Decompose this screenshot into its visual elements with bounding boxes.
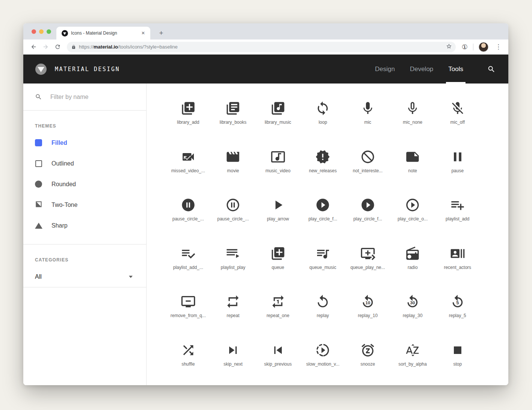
playlist-play-icon: [225, 246, 240, 261]
icon-cell-replay[interactable]: replay: [301, 287, 346, 336]
icon-cell-play_arrow[interactable]: play_arrow: [255, 191, 301, 239]
icon-label: queue_play_ne...: [351, 265, 385, 270]
icon-cell-play_circle_filled_white[interactable]: play_circle_f...: [345, 191, 390, 239]
theme-label: Outlined: [51, 160, 74, 167]
reload-icon[interactable]: [53, 42, 62, 52]
theme-item-filled[interactable]: Filled: [23, 132, 146, 153]
icon-cell-playlist_add_check[interactable]: playlist_add_...: [166, 239, 211, 288]
icon-cell-new_releases[interactable]: new_releases: [301, 143, 346, 191]
traffic-lights: [32, 29, 51, 34]
icon-cell-note[interactable]: note: [390, 143, 435, 191]
icon-cell-not_interested[interactable]: not_intereste...: [345, 143, 390, 191]
filter-row: [23, 84, 146, 111]
secure-lock-icon: [71, 45, 76, 49]
back-icon[interactable]: [29, 42, 38, 52]
replay-icon: [315, 294, 330, 309]
play-arrow-icon: [271, 197, 286, 213]
extension-icon[interactable]: ①: [460, 44, 469, 50]
icon-grid: library_addlibrary_bookslibrary_musicloo…: [147, 84, 508, 384]
icon-cell-remove_from_queue[interactable]: remove_from_q...: [166, 287, 211, 336]
icon-cell-stop[interactable]: stop: [435, 336, 480, 384]
icon-cell-recent_actors[interactable]: recent_actors: [435, 239, 480, 288]
icon-cell-replay_30[interactable]: 30replay_30: [390, 287, 435, 336]
icon-cell-library_books[interactable]: library_books: [211, 94, 256, 143]
browser-menu-icon[interactable]: ⋮: [492, 43, 505, 51]
icon-cell-pause_circle_outline[interactable]: pause_circle_...: [211, 191, 256, 239]
note-icon: [405, 149, 420, 164]
play-circle-outline-icon: [405, 197, 420, 213]
mic-icon: [360, 101, 375, 116]
nav-item-tools[interactable]: Tools: [441, 55, 471, 84]
theme-list: FilledOutlinedRoundedTwo-ToneSharp: [23, 132, 146, 236]
icon-cell-skip_previous[interactable]: skip_previous: [255, 336, 301, 384]
icon-cell-loop[interactable]: loop: [301, 94, 346, 143]
icon-cell-sort_by_alpha[interactable]: sort_by_alpha: [390, 336, 435, 384]
icon-cell-mic[interactable]: mic: [345, 94, 390, 143]
icon-cell-library_music[interactable]: library_music: [255, 94, 301, 143]
icon-cell-music_video[interactable]: music_video: [255, 143, 301, 191]
icon-cell-missed_video_call[interactable]: missed_video_...: [166, 143, 211, 191]
icon-label: new_releases: [309, 168, 337, 173]
theme-item-rounded[interactable]: Rounded: [23, 174, 146, 194]
url-text: https://material.io/tools/icons/?style=b…: [79, 44, 443, 50]
icon-cell-repeat_one[interactable]: repeat_one: [255, 287, 301, 336]
movie-icon: [225, 149, 240, 164]
icon-cell-pause_circle_filled[interactable]: pause_circle_...: [166, 191, 211, 239]
nav-item-develop[interactable]: Develop: [402, 55, 441, 84]
theme-item-outlined[interactable]: Outlined: [23, 153, 146, 174]
icon-cell-queue_play_next[interactable]: queue_play_ne...: [345, 239, 390, 288]
icon-cell-queue[interactable]: queue: [255, 239, 301, 288]
theme-item-sharp[interactable]: Sharp: [23, 215, 146, 236]
icon-cell-skip_next[interactable]: skip_next: [211, 336, 256, 384]
appbar-search-button[interactable]: [481, 65, 496, 73]
address-bar[interactable]: https://material.io/tools/icons/?style=b…: [67, 42, 456, 52]
icon-cell-replay_5[interactable]: 5replay_5: [435, 287, 480, 336]
icon-cell-library_add[interactable]: library_add: [166, 94, 211, 143]
material-design-favicon-icon: [62, 30, 68, 36]
new-tab-button[interactable]: +: [156, 27, 167, 39]
icon-label: repeat: [227, 313, 239, 318]
icon-cell-snooze[interactable]: snooze: [345, 336, 390, 384]
icon-cell-play_circle_filled[interactable]: play_circle_f...: [301, 191, 346, 239]
tab-title: Icons - Material Design: [71, 30, 137, 36]
minimize-window-button[interactable]: [39, 29, 44, 34]
icon-cell-movie[interactable]: movie: [211, 143, 256, 191]
icon-cell-queue_music[interactable]: queue_music: [301, 239, 346, 288]
icon-label: missed_video_...: [171, 168, 205, 173]
icon-cell-playlist_add[interactable]: playlist_add: [435, 191, 480, 239]
icon-cell-mic_none[interactable]: mic_none: [390, 94, 435, 143]
icon-label: play_circle_o...: [397, 216, 428, 222]
svg-text:10: 10: [365, 300, 370, 305]
icon-cell-radio[interactable]: radio: [390, 239, 435, 288]
icon-cell-repeat[interactable]: repeat: [211, 287, 256, 336]
icon-label: replay_5: [449, 313, 466, 318]
icon-label: mic: [364, 120, 371, 125]
zoom-window-button[interactable]: [47, 29, 51, 34]
category-dropdown[interactable]: All: [23, 266, 146, 287]
forward-icon[interactable]: [41, 42, 50, 52]
icon-cell-play_circle_outline[interactable]: play_circle_o...: [390, 191, 435, 239]
filter-by-name-input[interactable]: [50, 94, 137, 100]
bookmark-star-icon[interactable]: [446, 43, 452, 51]
browser-tab[interactable]: Icons - Material Design ✕: [56, 27, 150, 39]
brand[interactable]: MATERIAL DESIGN: [35, 64, 120, 75]
library-add-icon: [181, 101, 196, 116]
icon-label: replay: [317, 313, 329, 318]
music-video-icon: [271, 149, 286, 164]
icon-label: stop: [453, 361, 462, 367]
appbar-nav: DesignDevelopTools: [367, 55, 471, 84]
icon-cell-mic_off[interactable]: mic_off: [435, 94, 480, 143]
not-interested-icon: [360, 149, 375, 164]
theme-rounded-icon: [35, 181, 42, 188]
tab-close-icon[interactable]: ✕: [140, 30, 147, 36]
nav-item-design[interactable]: Design: [367, 55, 402, 84]
slow-motion-video-icon: [315, 343, 330, 358]
close-window-button[interactable]: [32, 29, 36, 34]
icon-cell-shuffle[interactable]: shuffle: [166, 336, 211, 384]
theme-item-twotone[interactable]: Two-Tone: [23, 194, 146, 215]
icon-cell-slow_motion_video[interactable]: slow_motion_v...: [301, 336, 346, 384]
profile-avatar[interactable]: [479, 42, 488, 52]
icon-cell-playlist_play[interactable]: playlist_play: [211, 239, 256, 288]
icon-cell-replay_10[interactable]: 10replay_10: [345, 287, 390, 336]
icon-cell-pause[interactable]: pause: [435, 143, 480, 191]
